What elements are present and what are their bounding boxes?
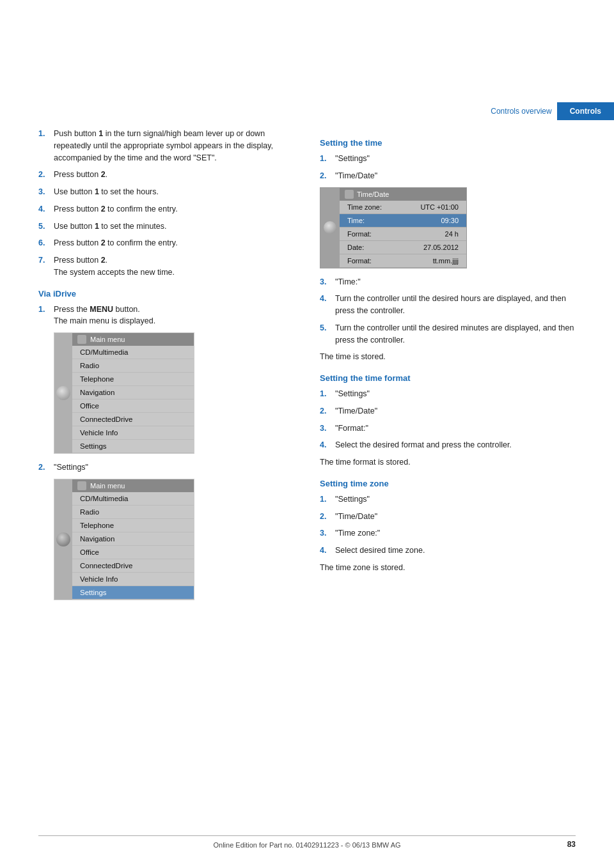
menu-title-icon <box>77 335 86 344</box>
setting-time-format-steps: 1. "Settings" 2. "Time/Date" 3. "Format:… <box>320 388 576 451</box>
list-item: 5. Turn the controller until the desired… <box>320 322 576 346</box>
time-stored-text: The time is stored. <box>320 351 576 363</box>
list-item: 7. Press button 2.The system accepts the… <box>38 254 294 279</box>
list-item: 4. Select the desired format and press t… <box>320 439 576 451</box>
menu-item: Radio <box>72 506 194 519</box>
content-area: 1. Push button 1 in the turn signal/high… <box>38 128 576 804</box>
list-item: 4. Turn the controller until the desired… <box>320 293 576 317</box>
header-bar: Controls overview Controls <box>307 102 614 120</box>
menu-item: ConnectedDrive <box>72 559 194 573</box>
time-value: 09:30 <box>441 217 459 224</box>
list-item: 2. "Time/Date" <box>320 405 576 417</box>
setting-time-steps: 1. "Settings" 2. "Time/Date" <box>320 153 576 182</box>
list-item: 1. Push button 1 in the turn signal/high… <box>38 128 294 164</box>
menu-screenshot-1: Main menu CD/Multimedia Radio Telephone … <box>54 332 194 454</box>
setting-time-heading: Setting the time <box>320 138 576 148</box>
menu-layout-2: Main menu CD/Multimedia Radio Telephone … <box>54 479 194 600</box>
menu-item: Office <box>72 399 194 413</box>
menu-items-2: CD/Multimedia Radio Telephone Navigation… <box>72 492 194 600</box>
list-item: 4. Select desired time zone. <box>320 545 576 557</box>
menu-item: Settings <box>72 440 194 453</box>
menu-items-1: CD/Multimedia Radio Telephone Navigation… <box>72 346 194 453</box>
menu-title-icon-2 <box>77 481 86 490</box>
menu-title-bar-2: Main menu <box>72 479 194 492</box>
timedate-rows: Time zone: UTC +01:00 Time: 09:30 Format… <box>340 201 466 268</box>
step-list: 1. Push button 1 in the turn signal/high… <box>38 128 294 279</box>
list-item: 3. Use button 1 to set the hours. <box>38 186 294 198</box>
timezone-label: Time zone: <box>347 203 382 211</box>
timedate-knob-col <box>320 188 340 268</box>
list-item: 3. "Time:" <box>320 276 576 288</box>
menu-item: Navigation <box>72 532 194 546</box>
setting-time-format-heading: Setting the time format <box>320 373 576 383</box>
list-item: 5. Use button 1 to set the minutes. <box>38 221 294 233</box>
timedate-knob <box>324 221 336 234</box>
menu-layout-1: Main menu CD/Multimedia Radio Telephone … <box>54 333 194 453</box>
menu-content-1: Main menu CD/Multimedia Radio Telephone … <box>72 333 194 453</box>
date-label: Date: <box>347 244 364 251</box>
menu-title-bar-1: Main menu <box>72 333 194 346</box>
page-container: Controls overview Controls 1. Push butto… <box>0 0 614 868</box>
timedate-row-format2: Format: tt.mm.jjjj <box>340 254 466 268</box>
list-item: 1. "Settings" <box>320 388 576 400</box>
timezone-value: UTC +01:00 <box>420 203 459 211</box>
menu-title-label-1: Main menu <box>90 336 125 343</box>
time-label: Time: <box>347 217 365 224</box>
format1-value: 24 h <box>445 230 459 238</box>
list-item: 2. Press button 2. <box>38 169 294 181</box>
via-idrive-step2-list: 2. "Settings" <box>38 461 294 474</box>
timedate-layout: Time/Date Time zone: UTC +01:00 Time: 09… <box>320 188 466 268</box>
list-item: 3. "Format:" <box>320 422 576 435</box>
list-item: 1. Press the MENU button.The main menu i… <box>38 304 294 328</box>
format2-value: tt.mm.jjjj <box>433 257 459 265</box>
timedate-content: Time/Date Time zone: UTC +01:00 Time: 09… <box>340 188 466 268</box>
via-idrive-list: 1. Press the MENU button.The main menu i… <box>38 304 294 328</box>
controls-label: Controls <box>557 102 614 120</box>
menu-item: Radio <box>72 359 194 373</box>
time-zone-stored-text: The time zone is stored. <box>320 562 576 574</box>
list-item: 2. "Time/Date" <box>320 511 576 523</box>
list-item: 6. Press button 2 to confirm the entry. <box>38 237 294 249</box>
knob-circle <box>56 386 70 400</box>
timedate-icon <box>345 190 354 199</box>
footer: Online Edition for Part no. 01402911223 … <box>38 835 576 849</box>
timedate-screenshot: Time/Date Time zone: UTC +01:00 Time: 09… <box>320 187 467 268</box>
time-format-stored-text: The time format is stored. <box>320 456 576 469</box>
setting-time-steps2: 3. "Time:" 4. Turn the controller until … <box>320 276 576 346</box>
menu-screenshot-2: Main menu CD/Multimedia Radio Telephone … <box>54 479 194 600</box>
menu-item: Office <box>72 546 194 559</box>
left-column: 1. Push button 1 in the turn signal/high… <box>38 128 294 804</box>
timedate-row-date: Date: 27.05.2012 <box>340 241 466 254</box>
menu-title-label-2: Main menu <box>90 482 125 490</box>
list-item: 3. "Time zone:" <box>320 527 576 539</box>
format2-label: Format: <box>347 257 372 265</box>
menu-item: CD/Multimedia <box>72 346 194 359</box>
timedate-row-format1: Format: 24 h <box>340 228 466 241</box>
menu-knob-1 <box>54 333 72 453</box>
timedate-row-time: Time: 09:30 <box>340 214 466 228</box>
menu-item: Vehicle Info <box>72 573 194 586</box>
timedate-title-label: Time/Date <box>357 190 389 198</box>
list-item: 1. "Settings" <box>320 493 576 506</box>
menu-item-settings-selected: Settings <box>72 586 194 600</box>
list-item: 2. "Settings" <box>38 461 294 474</box>
menu-item: CD/Multimedia <box>72 492 194 506</box>
footer-text: Online Edition for Part no. 01402911223 … <box>213 841 400 849</box>
menu-item: ConnectedDrive <box>72 413 194 426</box>
list-item: 4. Press button 2 to confirm the entry. <box>38 203 294 215</box>
menu-knob-2 <box>54 479 72 600</box>
menu-content-2: Main menu CD/Multimedia Radio Telephone … <box>72 479 194 600</box>
setting-time-zone-steps: 1. "Settings" 2. "Time/Date" 3. "Time zo… <box>320 493 576 557</box>
menu-item: Navigation <box>72 386 194 399</box>
page-number: 83 <box>567 840 576 849</box>
timedate-title: Time/Date <box>340 188 466 201</box>
list-item: 2. "Time/Date" <box>320 170 576 182</box>
setting-time-zone-heading: Setting time zone <box>320 479 576 488</box>
menu-item: Telephone <box>72 373 194 386</box>
controls-overview-label: Controls overview <box>491 107 556 116</box>
right-column: Setting the time 1. "Settings" 2. "Time/… <box>320 128 576 804</box>
knob-circle-2 <box>56 532 70 546</box>
menu-item: Vehicle Info <box>72 426 194 440</box>
menu-item: Telephone <box>72 519 194 532</box>
via-idrive-heading: Via iDrive <box>38 289 294 298</box>
